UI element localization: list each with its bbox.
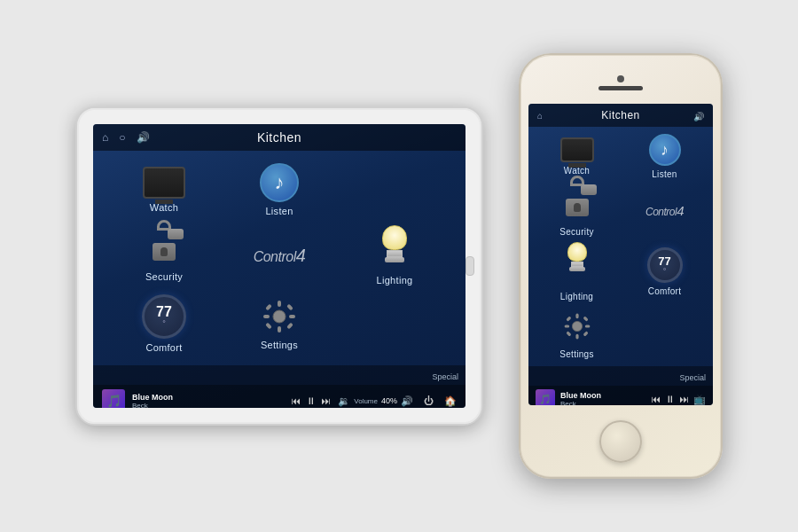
bulb-head [382,225,407,250]
phone-thermostat-temp: 77 [658,255,670,267]
phone-control4-item: Control4 [623,184,706,237]
svg-rect-12 [564,325,569,327]
gear-icon [260,297,299,336]
tablet-album-art: 🎵 [102,389,125,408]
settings-label: Settings [261,340,298,350]
phone-gear-svg [563,312,591,340]
tablet-watch-item[interactable]: Watch [111,163,217,216]
volume-up-icon[interactable]: 🔊 [401,395,413,407]
svg-rect-6 [286,304,293,311]
phone-bulb-icon [561,242,593,288]
volume-down-icon[interactable]: 🔉 [338,395,350,407]
security-icon [145,229,184,268]
thermostat-temp: 77 [156,305,172,319]
phone-album-art: 🎵 [536,389,555,405]
phone-bulb-base [569,267,585,271]
svg-rect-11 [575,334,578,340]
phone-control4-text: Control4 [645,203,684,218]
watch-icon-wrap [143,167,185,199]
phone-security-label: Security [559,227,594,237]
phone-settings-icon-wrap [558,307,597,346]
phone-track-name: Blue Moon [560,391,601,400]
svg-rect-7 [265,323,272,330]
phone-listen-item[interactable]: Listen [623,134,706,179]
phone-airplay-icon[interactable]: 📺 [693,394,706,405]
phone-playback-controls: ⏮ ⏸ ⏭ 📺 [651,394,706,405]
tablet-lighting-item[interactable]: Lighting [341,225,448,286]
phone-security-camera-icon [581,184,597,195]
phone-header-right: 🔊 [693,107,704,123]
tablet-home-button[interactable] [466,256,474,276]
volume-icon-left[interactable]: 🔊 [137,131,150,144]
power-icon[interactable]: ⏻ [424,395,434,406]
gear-svg [262,299,297,334]
home-icon[interactable]: ⌂ [102,131,108,144]
phone-home-button[interactable] [599,420,642,463]
tablet-header-left-icons: ⌂ ○ 🔊 [102,131,150,144]
volume-label: Volume [354,397,378,405]
tablet-header-title: Kitchen [257,130,301,145]
phone-comfort-item[interactable]: 77 ° Comfort [623,242,706,301]
phone-thermostat-degree: ° [663,267,667,276]
tablet-grid: Watch Listen [93,151,466,365]
phone-lock-keyhole [574,203,581,212]
scene: ⌂ ○ 🔊 Kitchen Watch [0,0,798,532]
phone-home-icon[interactable]: ⌂ [537,111,543,121]
control4-text: Control4 [254,246,306,266]
svg-rect-2 [278,326,281,332]
music-icon [260,163,299,202]
tablet-empty-bottom [341,294,448,353]
phone-thermostat-icon: 77 ° [647,247,683,283]
tablet-listen-item[interactable]: Listen [226,163,332,216]
next-button[interactable]: ⏭ [321,395,331,406]
phone-listen-icon-wrap [649,134,681,166]
tablet-playback-controls: ⏮ ⏸ ⏭ [291,395,331,406]
phone-lighting-icon-wrap [561,242,593,288]
phone-watch-icon-wrap [560,137,594,162]
phone-listen-label: Listen [652,169,677,179]
svg-rect-14 [566,316,571,321]
phone-settings-item[interactable]: Settings [536,307,618,359]
svg-rect-13 [584,325,590,327]
phone-lighting-item[interactable]: Lighting [536,242,618,301]
tablet-track-info: Blue Moon Beck [132,393,173,409]
tablet-comfort-item[interactable]: 77 ° Comfort [111,294,217,353]
phone-watch-item[interactable]: Watch [536,134,618,179]
phone-header-title: Kitchen [601,109,640,121]
tablet-special-row: Special [93,365,466,385]
svg-rect-8 [286,323,293,330]
listen-label: Listen [265,206,293,216]
phone-volume-icon[interactable]: 🔊 [693,112,704,121]
pause-button[interactable]: ⏸ [306,395,316,406]
phone-next-button[interactable]: ⏭ [679,394,689,404]
phone-gear-icon [558,307,597,346]
phone-camera [617,75,624,82]
thermostat-degree: ° [162,319,166,328]
tv-icon [143,167,185,199]
tablet-volume-section: 🔉 Volume 40% 🔊 [338,395,413,407]
security-camera-icon [168,229,184,239]
house-footer-icon[interactable]: 🏠 [444,395,457,407]
security-icon-wrap [145,229,184,268]
phone-security-item[interactable]: Security [536,184,618,237]
phone-prev-button[interactable]: ⏮ [651,394,661,404]
lock-keyhole [160,247,168,256]
phone-lock-body [566,199,589,216]
phone-tv-icon [560,137,594,162]
bulb-icon [379,225,411,271]
svg-point-0 [273,310,286,323]
phone-music-icon [649,134,681,166]
svg-rect-5 [265,304,272,311]
phone-settings-label: Settings [559,349,594,359]
phone-top-bar [520,55,721,104]
phone-pause-button[interactable]: ⏸ [665,394,675,404]
tablet-security-item[interactable]: Security [111,225,217,286]
tablet-settings-item[interactable]: Settings [226,294,332,353]
tablet-empty-top-right [341,163,448,216]
phone-header-left: ⌂ [537,111,543,121]
tablet-device: ⌂ ○ 🔊 Kitchen Watch [75,106,483,426]
prev-button[interactable]: ⏮ [291,395,301,406]
bell-icon[interactable]: ○ [119,131,125,144]
lock-body [153,243,176,261]
lighting-icon-wrap [379,225,411,271]
